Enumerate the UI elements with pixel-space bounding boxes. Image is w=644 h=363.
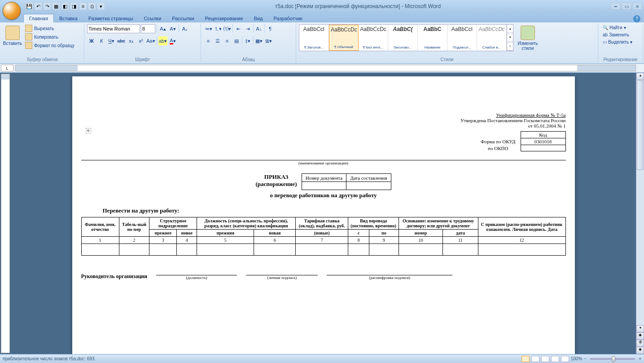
close-button[interactable]: ✕ — [632, 3, 642, 10]
tab-references[interactable]: Ссылки — [139, 14, 167, 22]
select-button[interactable]: ▭Выделить ▾ — [601, 39, 634, 45]
multilevel-button[interactable]: ⑴▾ — [223, 24, 232, 33]
style-item-1[interactable]: AaBbCcDc¶ Обычный — [329, 25, 359, 51]
view-full-screen[interactable] — [531, 356, 539, 362]
grow-font-button[interactable]: A▴ — [158, 24, 167, 33]
view-web[interactable] — [541, 356, 549, 362]
paste-button[interactable]: Вставить — [4, 24, 22, 47]
qat-redo-icon[interactable]: ↷ — [43, 2, 51, 10]
horizontal-ruler[interactable] — [15, 65, 636, 71]
qat-undo-icon[interactable]: ↶ — [34, 2, 42, 10]
tab-view[interactable]: Вид — [249, 14, 268, 22]
col-2: 2 — [119, 237, 149, 244]
change-styles-button[interactable]: Изменить стили — [515, 24, 540, 52]
zoom-in-button[interactable]: + — [639, 356, 641, 361]
view-outline[interactable] — [551, 356, 559, 362]
superscript-button[interactable]: x² — [136, 36, 145, 45]
office-button[interactable] — [3, 2, 21, 20]
th-struct: Структурное подразделение — [149, 217, 197, 230]
find-button[interactable]: 🔍Найти ▾ — [601, 24, 634, 31]
qat-btn-4[interactable]: ▦ — [52, 2, 60, 10]
cut-button[interactable]: Вырезать — [23, 24, 76, 32]
document-scroll[interactable]: ✥ Унифицированная форма № Т-5а Утвержден… — [11, 73, 636, 354]
vertical-ruler[interactable] — [1, 74, 10, 353]
qat-btn-7[interactable]: ≡ — [79, 2, 87, 10]
scroll-thumb[interactable] — [637, 80, 644, 170]
styles-more-button[interactable]: ▴▾▿ — [507, 25, 513, 51]
tab-developer[interactable]: Разработчик — [268, 14, 308, 22]
zoom-slider[interactable] — [590, 358, 635, 360]
ruler-corner[interactable]: L — [1, 65, 13, 71]
help-icon[interactable]: ? — [633, 15, 640, 22]
align-center-button[interactable]: ☰ — [213, 36, 222, 45]
prev-page-button[interactable]: ◉ — [636, 332, 644, 340]
shading-button[interactable]: ▦▾ — [254, 36, 263, 45]
font-color-button[interactable]: A▾ — [168, 36, 177, 45]
vertical-scrollbar[interactable]: ▴ ▾ ◉ ⦿ ◉ — [636, 73, 644, 354]
zoom-out-button[interactable]: − — [584, 356, 587, 361]
align-left-button[interactable]: ≡ — [204, 36, 213, 45]
tab-layout[interactable]: Разметка страницы — [83, 14, 139, 22]
prikaz-title: ПРИКАЗ — [255, 173, 297, 181]
style-item-0[interactable]: AaBbCcI¶ Заголов... — [299, 25, 329, 51]
document-page[interactable]: ✥ Унифицированная форма № Т-5а Утвержден… — [72, 76, 575, 354]
col-12: 12 — [478, 237, 565, 244]
tab-insert[interactable]: Вставка — [54, 14, 83, 22]
next-page-button[interactable]: ◉ — [636, 347, 644, 354]
qat-btn-8[interactable]: ⎙ — [88, 2, 96, 10]
scroll-track[interactable] — [636, 80, 644, 325]
style-item-4[interactable]: AaBbCНазвание — [418, 25, 447, 51]
indent-inc-button[interactable]: ⇥ — [243, 24, 252, 33]
numbering-button[interactable]: ⒈▾ — [213, 24, 222, 33]
paste-label: Вставить — [3, 41, 22, 46]
font-size-select[interactable] — [141, 24, 155, 33]
bold-button[interactable]: Ж — [87, 36, 96, 45]
tab-review[interactable]: Рецензирование — [200, 14, 249, 22]
highlight-button[interactable]: ab▾ — [158, 36, 167, 45]
underline-button[interactable]: Ч▾ — [107, 36, 116, 45]
subscript-button[interactable]: x₂ — [127, 36, 136, 45]
qat-btn-6[interactable]: ◨ — [70, 2, 78, 10]
style-item-5[interactable]: AaBbCcIПодзагол... — [447, 25, 477, 51]
copy-button[interactable]: Копировать — [23, 33, 76, 41]
form-header: Унифицированная форма № Т-5а Утверждена … — [449, 112, 566, 128]
tab-mailings[interactable]: Рассылки — [166, 14, 199, 22]
style-item-6[interactable]: AaBbCcDcСлабое в... — [477, 25, 507, 51]
italic-button[interactable]: К — [97, 36, 106, 45]
tab-home[interactable]: Главная — [23, 14, 54, 22]
indent-dec-button[interactable]: ⇤ — [234, 24, 243, 33]
bullets-button[interactable]: ≔▾ — [204, 24, 213, 33]
qat-btn-5[interactable]: ◧ — [61, 2, 69, 10]
shrink-font-button[interactable]: A▾ — [168, 24, 177, 33]
view-print-layout[interactable] — [521, 356, 530, 362]
change-case-button[interactable]: Aa▾ — [146, 36, 155, 45]
line-spacing-button[interactable]: ‡▾ — [243, 36, 252, 45]
zoom-label[interactable]: 100% — [571, 356, 583, 361]
borders-button[interactable]: ⊞▾ — [264, 36, 273, 45]
align-right-button[interactable]: ≡ — [223, 36, 232, 45]
view-draft[interactable] — [561, 356, 569, 362]
style-item-3[interactable]: AaBbC(Заголово... — [388, 25, 418, 51]
strike-button[interactable]: abc — [117, 36, 126, 45]
format-painter-button[interactable]: Формат по образцу — [23, 41, 76, 49]
okud-label: Форма по ОКУД — [476, 138, 521, 145]
replace-button[interactable]: abЗаменить — [601, 31, 634, 38]
zoom-thumb[interactable] — [612, 356, 615, 362]
browse-object-button[interactable]: ⦿ — [636, 340, 644, 347]
scroll-down-button[interactable]: ▾ — [636, 325, 644, 332]
styles-gallery[interactable]: AaBbCcI¶ Заголов... AaBbCcDc¶ Обычный Aa… — [299, 24, 513, 51]
minimize-button[interactable]: ━ — [611, 3, 621, 10]
qat-more-icon[interactable]: ▾ — [97, 2, 105, 10]
th-newpl: (новые) — [295, 230, 348, 237]
restore-button[interactable]: ▭ — [622, 3, 631, 10]
th-basis: Основание: изменение к трудовому договор… — [399, 217, 478, 230]
qat-save-icon[interactable]: 💾 — [25, 2, 33, 10]
sort-button[interactable]: A↓ — [254, 24, 263, 33]
table-anchor-icon[interactable]: ✥ — [86, 128, 91, 133]
show-marks-button[interactable]: ¶ — [266, 24, 275, 33]
clear-format-button[interactable]: Aₓ — [180, 24, 189, 33]
align-justify-button[interactable]: ▤ — [232, 36, 241, 45]
style-item-2[interactable]: AaBbCcDc¶ Без инте... — [359, 25, 388, 51]
font-name-select[interactable] — [87, 24, 140, 33]
scroll-up-button[interactable]: ▴ — [636, 73, 644, 80]
